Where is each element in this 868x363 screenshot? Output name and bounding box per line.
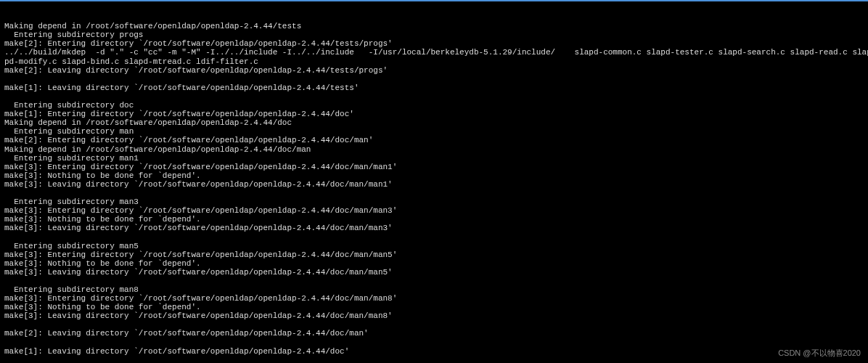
output-line: make[3]: Nothing to be done for `depend'…	[4, 215, 864, 224]
output-line: Entering subdirectory man3	[4, 197, 864, 206]
output-line: make[3]: Leaving directory `/root/softwa…	[4, 180, 864, 189]
output-line: make[2]: Leaving directory `/root/softwa…	[4, 66, 864, 75]
output-line: make[3]: Leaving directory `/root/softwa…	[4, 311, 864, 320]
output-line: make[1]: Entering directory `/root/softw…	[4, 110, 864, 118]
output-line: make[3]: Nothing to be done for `depend'…	[4, 171, 864, 180]
output-line: make[3]: Entering directory `/root/softw…	[4, 294, 864, 303]
output-line: make[2]: Entering directory `/root/softw…	[4, 39, 864, 48]
output-line: make[3]: Entering directory `/root/softw…	[4, 163, 864, 171]
output-line: make[3]: Entering directory `/root/softw…	[4, 250, 864, 259]
output-line: pd-modify.c slapd-bind.c slapd-mtread.c …	[4, 57, 864, 66]
output-line: Entering subdirectory progs	[4, 30, 864, 39]
watermark-text: CSDN @不以物喜2020	[778, 348, 861, 357]
output-line: make[3]: Leaving directory `/root/softwa…	[4, 224, 864, 232]
output-line: make[3]: Entering directory `/root/softw…	[4, 206, 864, 215]
output-line: ../../build/mkdep -d "." -c "cc" -m "-M"…	[4, 48, 864, 57]
terminal-output[interactable]: Making depend in /root/software/openldap…	[0, 1, 868, 363]
output-line	[4, 232, 864, 241]
output-line	[4, 356, 864, 363]
output-line: Making depend in /root/software/openldap…	[4, 145, 864, 154]
output-line: Making depend in /root/software/openldap…	[4, 118, 864, 127]
output-line	[4, 277, 864, 285]
output-line: make[1]: Leaving directory `/root/softwa…	[4, 347, 864, 356]
output-line: Entering subdirectory man5	[4, 242, 864, 250]
output-line: make[2]: Entering directory `/root/softw…	[4, 136, 864, 144]
output-line: make[2]: Leaving directory `/root/softwa…	[4, 329, 864, 338]
output-line: Making depend in /root/software/openldap…	[4, 22, 864, 30]
output-line: Entering subdirectory man	[4, 127, 864, 136]
output-line	[4, 338, 864, 347]
output-line: Entering subdirectory man8	[4, 285, 864, 294]
output-line	[4, 189, 864, 197]
output-line	[4, 75, 864, 83]
output-line	[4, 320, 864, 329]
output-line: make[3]: Nothing to be done for `depend'…	[4, 303, 864, 311]
output-line: Entering subdirectory doc	[4, 101, 864, 110]
output-line	[4, 92, 864, 101]
output-line: make[3]: Leaving directory `/root/softwa…	[4, 268, 864, 277]
output-line: make[3]: Nothing to be done for `depend'…	[4, 259, 864, 268]
output-line: Entering subdirectory man1	[4, 154, 864, 163]
output-line: make[1]: Leaving directory `/root/softwa…	[4, 83, 864, 92]
